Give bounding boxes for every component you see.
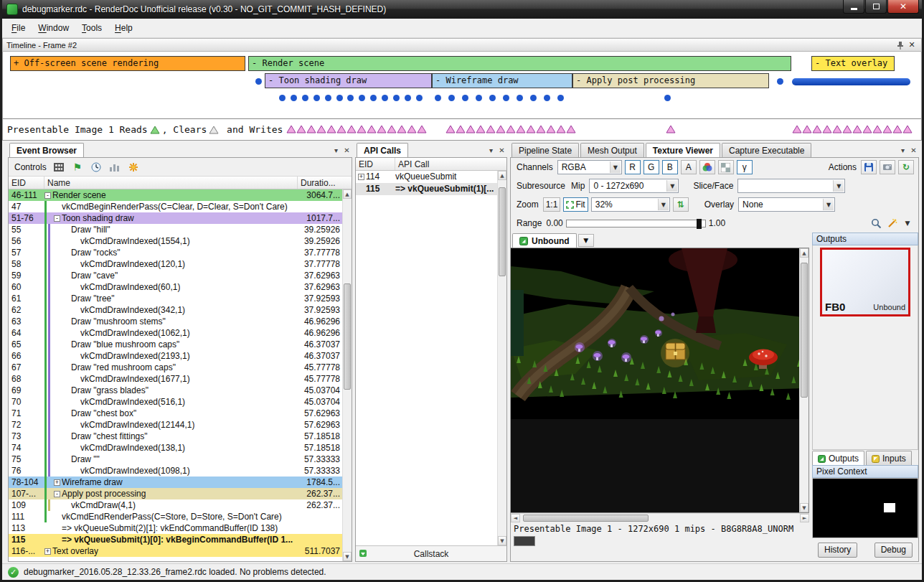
- event-row-66[interactable]: 66vkCmdDrawIndexed(2193,1)46.37037: [9, 350, 342, 362]
- event-row-115[interactable]: 115=> vkQueueSubmit(1)[0]: vkBeginComman…: [9, 534, 342, 545]
- wireframe-draw-dots[interactable]: [435, 95, 564, 101]
- slice-face-select[interactable]: ▼: [737, 179, 845, 193]
- post-draw-dots[interactable]: [664, 95, 671, 101]
- draw-event-dot[interactable]: [302, 95, 308, 101]
- draw-event-dot[interactable]: [291, 95, 297, 101]
- event-row-69[interactable]: 69Draw "grass blades"45.03704: [9, 385, 342, 396]
- callstack-section[interactable]: Callstack: [356, 545, 506, 561]
- menu-help[interactable]: Help: [108, 20, 139, 36]
- event-row-46-111[interactable]: 46-111-Render scene3064.7...: [9, 189, 342, 201]
- column-duration[interactable]: Duratio...: [298, 177, 352, 189]
- channel-b-button[interactable]: B: [662, 160, 678, 174]
- canvas-horizontal-scrollbar[interactable]: ◄ ►: [511, 513, 809, 522]
- toon-draw-dots[interactable]: [279, 95, 423, 101]
- channel-g-button[interactable]: G: [644, 160, 659, 174]
- mip-select[interactable]: 0 - 1272x690▼: [589, 179, 679, 193]
- event-row-72[interactable]: 72vkCmdDrawIndexed(12144,1)57.62963: [9, 419, 342, 431]
- draw-event-dot[interactable]: [279, 95, 286, 101]
- event-row-62[interactable]: 62vkCmdDrawIndexed(342,1)37.92593: [9, 304, 342, 316]
- fb0-thumbnail[interactable]: FB0 Unbound: [820, 248, 910, 316]
- column-name[interactable]: Name: [44, 177, 298, 189]
- minimize-button[interactable]: [843, 0, 864, 14]
- event-row-109[interactable]: 109vkCmdDraw(4,1)262.37...: [9, 499, 342, 511]
- event-row-63[interactable]: 63Draw "mushroom stems"46.96296: [9, 316, 342, 327]
- event-row-47[interactable]: 47vkCmdBeginRenderPass(C=Clear, D=Clear,…: [9, 201, 342, 212]
- menu-tools[interactable]: Tools: [75, 20, 108, 36]
- event-row-75[interactable]: 75Draw ""57.33333: [9, 454, 342, 465]
- export-image-icon[interactable]: [880, 160, 895, 174]
- tree-expander[interactable]: +: [44, 548, 51, 555]
- event-row-73[interactable]: 73Draw "chest fittings"57.18518: [9, 431, 342, 442]
- draw-event-dot[interactable]: [393, 95, 400, 101]
- magnifier-icon[interactable]: [869, 217, 882, 230]
- event-row-71[interactable]: 71Draw "chest box"57.62963: [9, 408, 342, 419]
- event-row-51-76[interactable]: 51-76-Toon shading draw1017.7...: [9, 212, 342, 224]
- timeline-bar-offscreen[interactable]: + Off-screen scene rendering: [10, 56, 245, 71]
- draw-event-dot[interactable]: [416, 95, 423, 101]
- draw-event-dot[interactable]: [382, 95, 388, 101]
- range-options-icon[interactable]: ▼: [901, 217, 914, 230]
- draw-event-dot[interactable]: [476, 95, 482, 101]
- range-max-value[interactable]: 1.00: [709, 218, 725, 228]
- tab-api-calls[interactable]: API Calls: [357, 143, 408, 157]
- tree-expander[interactable]: -: [54, 215, 60, 222]
- draw-event-dot[interactable]: [557, 95, 564, 101]
- statistics-icon[interactable]: [108, 161, 121, 174]
- tab-mesh-output[interactable]: Mesh Output: [580, 143, 644, 157]
- timeline-bar-overlay[interactable]: - Text overlay: [811, 56, 895, 71]
- event-browser-scrollbar[interactable]: ▲ ▼: [342, 189, 352, 561]
- tab-capture-executable[interactable]: Capture Executable: [722, 143, 811, 157]
- menu-window[interactable]: Window: [32, 20, 75, 36]
- range-slider-handle[interactable]: [697, 219, 702, 229]
- refresh-icon[interactable]: ↻: [898, 160, 914, 174]
- panel-menu-icon[interactable]: ▾: [897, 145, 908, 156]
- api-calls-scrollbar[interactable]: ▲ ▼: [497, 171, 506, 545]
- api-row-114[interactable]: +114vkQueueSubmit: [356, 171, 497, 183]
- event-row-76[interactable]: 76vkCmdDrawIndexed(1098,1)57.33333: [9, 465, 342, 477]
- channel-r-button[interactable]: R: [625, 160, 641, 174]
- draw-event-dot[interactable]: [405, 95, 411, 101]
- tab-outputs[interactable]: Outputs: [812, 451, 864, 465]
- texture-list-dropdown-icon[interactable]: ▼: [578, 234, 594, 247]
- timeline-bar-wire[interactable]: - Wireframe draw: [432, 73, 572, 88]
- close-icon[interactable]: ✕: [906, 40, 918, 50]
- event-row-113[interactable]: 113=> vkQueueSubmit(2)[1]: vkEndCommandB…: [9, 522, 342, 534]
- draw-event-dot[interactable]: [777, 78, 783, 85]
- event-row-65[interactable]: 65Draw "blue mushroom caps"46.37037: [9, 339, 342, 350]
- tree-expander[interactable]: -: [54, 491, 60, 497]
- overlay-select[interactable]: None▼: [738, 197, 835, 212]
- color-wheel-icon[interactable]: [699, 160, 715, 174]
- timeline-bar-render[interactable]: - Render scene: [248, 56, 791, 71]
- range-min-value[interactable]: 0.00: [546, 218, 562, 228]
- event-row-58[interactable]: 58vkCmdDrawIndexed(120,1)37.77778: [9, 258, 342, 270]
- panel-close-icon[interactable]: ✕: [496, 145, 507, 156]
- tree-expander[interactable]: +: [54, 479, 60, 486]
- event-row-68[interactable]: 68vkCmdDrawIndexed(1677,1)45.77778: [9, 373, 342, 385]
- draw-event-dot[interactable]: [347, 95, 354, 101]
- draw-event-dot[interactable]: [435, 95, 441, 101]
- timeline-bar-toon[interactable]: - Toon shading draw: [265, 73, 432, 88]
- event-row-74[interactable]: 74vkCmdDrawIndexed(138,1)57.18518: [9, 442, 342, 454]
- pin-icon[interactable]: [895, 40, 906, 50]
- panel-menu-icon[interactable]: ▾: [331, 145, 341, 156]
- menu-file[interactable]: File: [5, 20, 32, 36]
- tree-expander[interactable]: +: [358, 174, 364, 180]
- draw-event-dot[interactable]: [517, 95, 523, 101]
- channel-a-button[interactable]: A: [681, 160, 697, 174]
- history-button[interactable]: History: [818, 543, 857, 558]
- api-row-115[interactable]: 115=> vkQueueSubmit(1)[...: [356, 183, 497, 195]
- zoom-fit-button[interactable]: Fit: [563, 197, 588, 212]
- range-slider[interactable]: [566, 220, 706, 227]
- tree-expander[interactable]: -: [44, 192, 51, 199]
- debug-button[interactable]: Debug: [874, 543, 913, 558]
- draw-event-dot[interactable]: [255, 78, 262, 85]
- timeline-toggle-icon[interactable]: [52, 161, 65, 174]
- channels-select[interactable]: RGBA▼: [557, 160, 622, 174]
- tab-inputs[interactable]: Inputs: [866, 451, 912, 465]
- draw-event-dot[interactable]: [503, 95, 509, 101]
- event-row-55[interactable]: 55Draw "hill"39.25926: [9, 224, 342, 235]
- timeline-body[interactable]: + Off-screen scene rendering- Render sce…: [2, 52, 922, 141]
- event-row-78-104[interactable]: 78-104+Wireframe draw1784.5...: [9, 477, 342, 488]
- event-row-60[interactable]: 60vkCmdDrawIndexed(60,1)37.62963: [9, 281, 342, 293]
- timeline-overlay-draws-bar[interactable]: [792, 78, 910, 85]
